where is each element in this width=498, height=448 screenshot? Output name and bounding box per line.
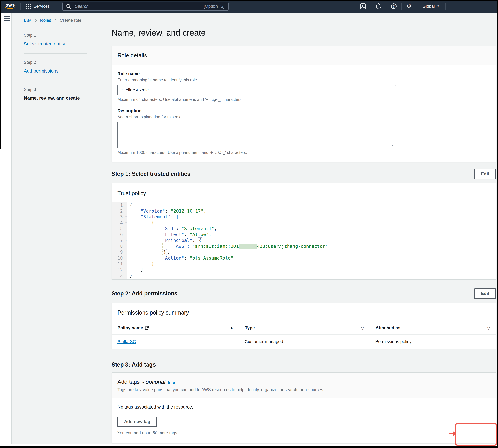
breadcrumb-iam[interactable]: IAM [24, 18, 32, 23]
role-name-input[interactable] [117, 85, 396, 95]
trust-policy-title: Trust policy [117, 190, 146, 196]
nav-step2-add-permissions[interactable]: Add permissions [24, 68, 59, 74]
chevron-down-icon: ▼ [437, 5, 440, 8]
step3-heading-row: Step 3: Add tags [111, 361, 496, 368]
code-line: 3▾"Statement": [ [112, 214, 496, 220]
step2-heading: Step 2: Add permissions [111, 290, 177, 297]
filter-icon[interactable]: ▽ [361, 326, 364, 330]
code-line: 4▾{ [112, 220, 496, 226]
hamburger-menu-icon[interactable] [4, 16, 10, 22]
fold-caret-icon[interactable]: ▾ [125, 214, 127, 220]
table-row: StellarSC Customer managed Permissions p… [112, 335, 496, 349]
attached-as-column-label: Attached as [375, 325, 400, 330]
cloudshell-button[interactable] [356, 0, 371, 13]
code-line: 13} [112, 273, 496, 279]
screenshot-border [0, 0, 498, 1]
breadcrumb-roles[interactable]: Roles [40, 18, 51, 23]
steps-divider [24, 53, 87, 54]
services-menu-button[interactable]: Services [21, 0, 54, 13]
step2-label: Step 2 [24, 60, 87, 65]
column-header-type[interactable]: Type ▽ [239, 321, 370, 335]
resize-grip-icon[interactable] [392, 144, 395, 147]
help-button[interactable]: ? [386, 0, 401, 13]
step1-label: Step 1 [24, 33, 87, 38]
add-new-tag-button[interactable]: Add new tag [117, 416, 157, 427]
description-constraint: Maximum 1000 characters. Use alphanumeri… [117, 150, 490, 155]
code-text: "Action": "sts:AssumeRole" [127, 255, 233, 261]
aws-logo[interactable]: aws [0, 3, 20, 10]
policy-name-column-label: Policy name [117, 325, 143, 330]
breadcrumb-current: Create role [60, 18, 81, 23]
edit-permissions-button[interactable]: Edit [474, 288, 496, 299]
settings-button[interactable]: ⚙ [402, 0, 417, 13]
notifications-button[interactable] [371, 0, 386, 13]
permissions-summary-header: Permissions policy summary [112, 303, 496, 321]
policy-link-stellarsc[interactable]: StellarSC [117, 339, 136, 344]
annotation-arrow-head [453, 431, 456, 436]
step3-heading: Step 3: Add tags [111, 361, 156, 368]
info-link[interactable]: Info [168, 380, 175, 385]
code-line: 5"Sid": "Statement1", [112, 226, 496, 232]
code-line: 2"Version": "2012-10-17", [112, 208, 496, 214]
fold-caret-icon[interactable]: ▾ [125, 202, 127, 208]
line-number: 4▾ [112, 220, 127, 226]
indent-guide [141, 220, 141, 273]
breadcrumb: IAM Roles Create role [24, 18, 81, 23]
line-number: 13 [112, 273, 127, 279]
role-details-title: Role details [117, 52, 147, 59]
bell-icon [375, 3, 381, 9]
type-column-label: Type [245, 325, 255, 330]
add-tags-card: Add tags - optional Info Tags are key-va… [111, 372, 496, 443]
trust-policy-card: Trust policy 1▾{2"Version": "2012-10-17"… [111, 183, 496, 280]
indent-guide [152, 226, 152, 267]
fold-caret-icon[interactable]: ▾ [125, 220, 127, 226]
breadcrumb-chevron-icon [54, 18, 57, 22]
code-line: 8"AWS": "arn:aws:iam::001433:user/jzhang… [112, 243, 496, 249]
permissions-table-header: Policy name ▲ Type ▽ [112, 321, 496, 335]
aws-logo-text: aws [5, 3, 15, 7]
breadcrumb-chevron-icon [35, 18, 37, 22]
fold-caret-icon[interactable]: ▾ [125, 238, 127, 243]
search-icon [66, 4, 71, 9]
line-number: 11 [112, 261, 127, 267]
line-number: 3▾ [112, 214, 127, 220]
step1-heading-row: Step 1: Select trusted entities Edit [111, 169, 496, 179]
line-number: 1▾ [112, 202, 127, 208]
trust-policy-header: Trust policy [112, 183, 496, 202]
code-text: "Version": "2012-10-17", [127, 208, 206, 214]
filter-icon[interactable]: ▽ [487, 326, 490, 330]
permissions-summary-title: Permissions policy summary [117, 309, 189, 316]
topbar-right-controls: ? ⚙ Global ▼ [356, 0, 446, 13]
topbar-divider [445, 3, 446, 10]
line-number: 2 [112, 208, 127, 214]
screenshot-bottom-strip [0, 444, 498, 446]
add-tags-body: No tags associated with the resource. Ad… [112, 398, 496, 443]
add-tags-header: Add tags - optional Info Tags are key-va… [112, 373, 496, 398]
column-header-policy-name[interactable]: Policy name ▲ [112, 321, 239, 335]
role-details-body: Role name Enter a meaningful name to ide… [112, 65, 496, 162]
line-number: 5 [112, 226, 127, 232]
step3-label: Step 3 [24, 87, 87, 92]
nav-step1-select-trusted-entity[interactable]: Select trusted entity [24, 41, 65, 47]
line-number: 9 [112, 249, 127, 255]
screenshot-border [497, 0, 498, 448]
policy-type-cell: Customer managed [239, 335, 370, 349]
code-text: }, [127, 249, 170, 255]
edit-trusted-entities-button[interactable]: Edit [474, 169, 496, 179]
cloudshell-terminal-icon [360, 3, 366, 9]
screenshot-border [0, 446, 498, 448]
collapsed-side-nav [0, 13, 12, 444]
role-details-card: Role details Role name Enter a meaningfu… [111, 46, 496, 162]
region-selector[interactable]: Global ▼ [417, 4, 445, 9]
line-number: 6 [112, 232, 127, 238]
code-line: 12] [112, 267, 496, 273]
services-label: Services [33, 4, 50, 9]
screenshot-border [0, 0, 1, 149]
code-text: } [127, 273, 132, 279]
sort-ascending-icon[interactable]: ▲ [230, 326, 233, 330]
column-header-attached-as[interactable]: Attached as ▽ [370, 321, 496, 335]
gear-icon: ⚙ [406, 3, 412, 9]
description-textarea[interactable] [117, 122, 396, 148]
code-text: "Statement": [ [127, 214, 179, 220]
add-tags-description: Tags are key-value pairs that you can ad… [117, 387, 490, 392]
